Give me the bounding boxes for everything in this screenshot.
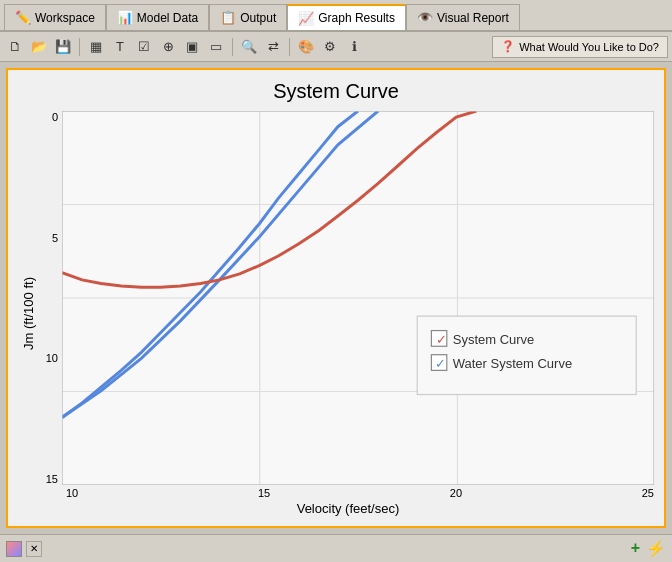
chart-container: System Curve Jm (ft/100 ft) 15 10 5 0 <box>6 68 666 528</box>
lightning-button[interactable]: ⚡ <box>646 539 666 558</box>
svg-text:Water System Curve: Water System Curve <box>453 356 572 371</box>
tab-workspace-label: Workspace <box>35 11 95 25</box>
toolbar-sep-3 <box>289 38 290 56</box>
graph-results-icon: 📈 <box>298 11 314 26</box>
y-tick-5: 5 <box>52 232 58 244</box>
help-button[interactable]: ❓ What Would You Like to Do? <box>492 36 668 58</box>
tab-visual-report[interactable]: 👁️ Visual Report <box>406 4 520 30</box>
tab-graph-results-label: Graph Results <box>318 11 395 25</box>
x-tick-20: 20 <box>450 487 462 499</box>
toolbar-sep-2 <box>232 38 233 56</box>
check-button[interactable]: ☑ <box>133 36 155 58</box>
y-ticks: 15 10 5 0 <box>42 111 62 485</box>
chart-right: 15 10 5 0 <box>42 111 654 516</box>
tab-model-data-label: Model Data <box>137 11 198 25</box>
add-button[interactable]: + <box>631 539 640 558</box>
new-button[interactable]: 🗋 <box>4 36 26 58</box>
arrows-button[interactable]: ⇄ <box>262 36 284 58</box>
y-tick-0: 0 <box>52 111 58 123</box>
size-button[interactable]: ▣ <box>181 36 203 58</box>
x-tick-10: 10 <box>66 487 78 499</box>
config-button[interactable]: ⚙ <box>319 36 341 58</box>
tab-model-data[interactable]: 📊 Model Data <box>106 4 209 30</box>
status-bar: ✕ + ⚡ <box>0 534 672 562</box>
open-button[interactable]: 📂 <box>28 36 50 58</box>
y-axis-label: Jm (ft/100 ft) <box>18 111 38 516</box>
text-button[interactable]: T <box>109 36 131 58</box>
output-icon: 📋 <box>220 10 236 25</box>
x-ticks: 10 15 20 25 <box>42 487 654 499</box>
chart-body: Jm (ft/100 ft) 15 10 5 0 <box>18 111 654 516</box>
y-tick-10: 10 <box>46 352 58 364</box>
tab-output[interactable]: 📋 Output <box>209 4 287 30</box>
help-icon: ❓ <box>501 40 515 53</box>
chart-title: System Curve <box>273 80 399 103</box>
main-content: System Curve Jm (ft/100 ft) 15 10 5 0 <box>0 62 672 534</box>
crosshair-button[interactable]: ⊕ <box>157 36 179 58</box>
tab-graph-results[interactable]: 📈 Graph Results <box>287 4 406 30</box>
zoom-button[interactable]: 🔍 <box>238 36 260 58</box>
x-tick-15: 15 <box>258 487 270 499</box>
toolbar-sep-1 <box>79 38 80 56</box>
rect-button[interactable]: ▭ <box>205 36 227 58</box>
status-color-box <box>6 541 22 557</box>
chart-svg: ✓ System Curve ✓ Water System Curve <box>62 111 654 485</box>
workspace-icon: ✏️ <box>15 10 31 25</box>
save-button[interactable]: 💾 <box>52 36 74 58</box>
info-button[interactable]: ℹ <box>343 36 365 58</box>
svg-text:System Curve: System Curve <box>453 332 535 347</box>
y-tick-15: 15 <box>46 473 58 485</box>
color-button[interactable]: 🎨 <box>295 36 317 58</box>
model-data-icon: 📊 <box>117 10 133 25</box>
table-button[interactable]: ▦ <box>85 36 107 58</box>
visual-report-icon: 👁️ <box>417 10 433 25</box>
toolbar: 🗋 📂 💾 ▦ T ☑ ⊕ ▣ ▭ 🔍 ⇄ 🎨 ⚙ ℹ ❓ What Would… <box>0 32 672 62</box>
status-close-button[interactable]: ✕ <box>26 541 42 557</box>
chart-area-wrap: 15 10 5 0 <box>42 111 654 485</box>
tab-bar: ✏️ Workspace 📊 Model Data 📋 Output 📈 Gra… <box>0 0 672 32</box>
x-axis-label: Velocity (feet/sec) <box>42 501 654 516</box>
svg-text:✓: ✓ <box>436 332 447 347</box>
chart-svg-area: ✓ System Curve ✓ Water System Curve <box>62 111 654 485</box>
svg-text:✓: ✓ <box>435 356 446 371</box>
tab-output-label: Output <box>240 11 276 25</box>
tab-workspace[interactable]: ✏️ Workspace <box>4 4 106 30</box>
status-right: + ⚡ <box>631 539 666 558</box>
tab-visual-report-label: Visual Report <box>437 11 509 25</box>
x-tick-25: 25 <box>642 487 654 499</box>
help-label: What Would You Like to Do? <box>519 41 659 53</box>
